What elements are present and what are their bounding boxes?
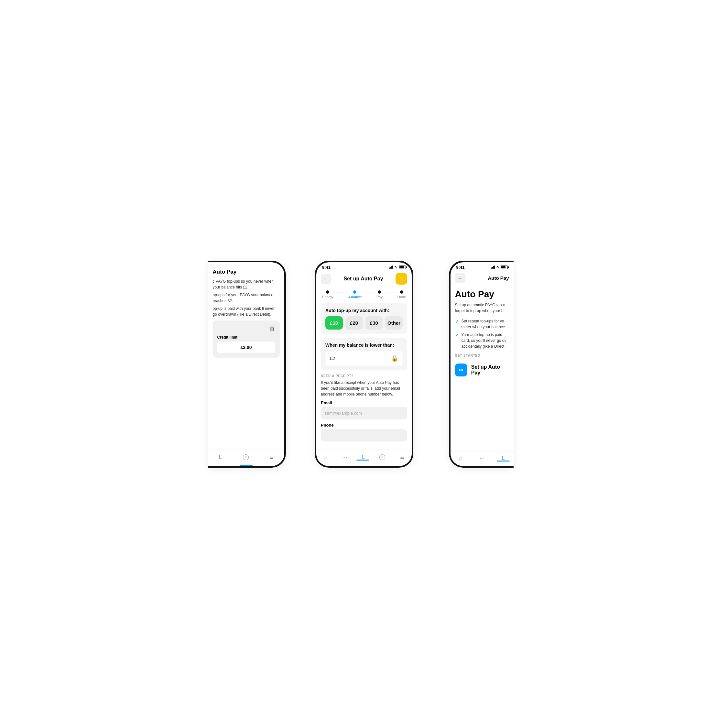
flash-button[interactable]: ⚡ [396, 273, 407, 284]
amount-btn-other[interactable]: Other [385, 316, 403, 330]
receipt-body: If you'd like a receipt when your Auto P… [321, 380, 407, 397]
phone-input[interactable] [321, 429, 407, 442]
back-button[interactable]: ← [321, 274, 331, 284]
right-back-arrow-icon: ← [457, 275, 463, 281]
right-battery-icon [501, 266, 508, 269]
amount-btn-30[interactable]: £30 [366, 316, 383, 330]
battery-icon [399, 266, 406, 269]
analytics-icon: ⋯ [342, 454, 347, 460]
right-status-bar: 9:41 ∿ [451, 262, 514, 271]
step-dot-energy [326, 291, 329, 294]
left-tab-bar: £ ? ≡ [208, 450, 284, 466]
check-mark-2: ✓ [455, 332, 459, 339]
flash-icon: ⚡ [398, 275, 405, 282]
check-text-2: Your auto top-up is paid card, so you'll… [462, 332, 509, 349]
topup-card: Auto top-up my account with: £10 £20 £30… [321, 303, 407, 334]
center-tab-bar: ⌂ ⋯ £ ? ≡ [316, 450, 412, 466]
credit-card: 🗑 Credit limit £2.00 [213, 321, 280, 358]
right-header-title: Auto Pay [488, 275, 509, 281]
status-bar: 9:41 ∿ [316, 262, 412, 271]
right-tab-bar: ⌂ ⋯ £ [451, 451, 514, 466]
step-dot-done [400, 291, 403, 294]
email-placeholder: sam@example.com [325, 411, 362, 416]
topup-card-title: Auto top-up my account with: [325, 308, 403, 313]
balance-value: £2 [330, 355, 335, 361]
step-dot-pay [378, 291, 381, 294]
signal-icon [389, 266, 393, 269]
tab-menu[interactable]: ≡ [269, 453, 274, 462]
step-energy: Energy [322, 291, 333, 299]
infinity-icon: ∞ [455, 364, 467, 376]
check-text-1: Set repeat top-ups for yo meter when you… [462, 318, 509, 330]
balance-card-title: When my balance is lower than: [325, 343, 403, 348]
left-body-1: c PAYG top-ups so you never when your ba… [213, 278, 280, 290]
get-started-label: GET STARTED [455, 354, 509, 357]
tab-help[interactable]: ? [243, 454, 249, 460]
home-icon: ⌂ [324, 454, 327, 460]
trash-icon[interactable]: 🗑 [269, 325, 275, 332]
right-status-time: 9:41 [456, 265, 465, 270]
tab-pound[interactable]: £ [219, 454, 222, 460]
email-label: Email [321, 401, 407, 405]
autopay-title: Auto Pay [455, 289, 509, 300]
right-tab-analytics[interactable]: ⋯ [480, 455, 484, 461]
phone-label: Phone [321, 423, 407, 428]
right-wifi-icon: ∿ [496, 265, 499, 269]
help-icon: ? [379, 454, 385, 460]
menu-icon: ≡ [400, 453, 404, 462]
right-content: Auto Pay Set up automatic PAYG top-u for… [451, 286, 514, 451]
step-line-1 [333, 292, 348, 292]
right-tab-home[interactable]: ⌂ [459, 455, 462, 462]
left-body-3: op-up is paid with your bank ll never go… [213, 306, 280, 317]
receipt-section-label: NEED A RECEIPT? [321, 374, 407, 378]
nav-bar: ← Set up Auto Pay ⚡ [316, 271, 412, 287]
center-phone: 9:41 ∿ ← [315, 261, 413, 468]
tab-pound-center[interactable]: £ [361, 454, 364, 460]
check-item-1: ✓ Set repeat top-ups for yo meter when y… [455, 318, 509, 330]
right-home-icon: ⌂ [459, 455, 462, 462]
tab-help-center[interactable]: ? [379, 454, 385, 460]
status-time: 9:41 [322, 265, 330, 270]
left-body-2: op-ups for your PAYG your balance reache… [213, 292, 280, 304]
step-line-3 [382, 292, 398, 292]
right-nav-bar: ← Auto Pay [451, 271, 514, 286]
right-analytics-icon: ⋯ [480, 455, 484, 461]
credit-limit-value: £2.00 [217, 341, 275, 353]
setup-autopay-button[interactable]: ∞ Set up Auto Pay [455, 364, 509, 376]
amount-btn-20[interactable]: £20 [346, 316, 363, 330]
step-pay: Pay [376, 291, 382, 299]
email-input[interactable]: sam@example.com [321, 407, 407, 419]
right-tab-pound[interactable]: £ [502, 455, 505, 462]
center-tab-bar-container: ⌂ ⋯ £ ? ≡ [316, 450, 412, 466]
step-label-energy: Energy [322, 295, 333, 299]
tab-home[interactable]: ⌂ [324, 454, 327, 460]
step-label-done: Done [398, 295, 406, 299]
balance-field: £2 🔒 [325, 351, 403, 366]
balance-card: When my balance is lower than: £2 🔒 [321, 338, 407, 370]
right-back-button[interactable]: ← [455, 273, 465, 283]
wifi-icon: ∿ [394, 265, 398, 269]
tab-menu-center[interactable]: ≡ [400, 453, 404, 462]
check-item-2: ✓ Your auto top-up is paid card, so you'… [455, 332, 509, 349]
left-phone: Auto Pay c PAYG top-ups so you never whe… [208, 261, 286, 468]
center-content: Auto top-up my account with: £10 £20 £30… [316, 301, 412, 450]
step-label-amount: Amount [348, 295, 362, 299]
lock-icon: 🔒 [391, 355, 398, 362]
right-phone: 9:41 ∿ ← [449, 261, 514, 468]
amount-btn-10[interactable]: £10 [325, 316, 343, 330]
setup-btn-label: Set up Auto Pay [471, 364, 509, 376]
step-amount: Amount [348, 291, 362, 299]
tab-analytics[interactable]: ⋯ [342, 454, 347, 460]
amount-buttons: £10 £20 £30 Other [325, 316, 403, 330]
step-done: Done [398, 291, 406, 299]
step-line-2 [362, 292, 376, 292]
autopay-desc: Set up automatic PAYG top-u forget to to… [455, 302, 509, 314]
credit-limit-label: Credit limit [217, 335, 275, 340]
status-icons: ∿ [389, 265, 406, 269]
check-mark-1: ✓ [455, 318, 459, 325]
question-icon: ? [243, 454, 249, 460]
stepper: Energy Amount Pay Done [316, 287, 412, 301]
divider [455, 360, 509, 360]
header-title: Set up Auto Pay [343, 276, 383, 282]
back-arrow-icon: ← [323, 276, 329, 282]
